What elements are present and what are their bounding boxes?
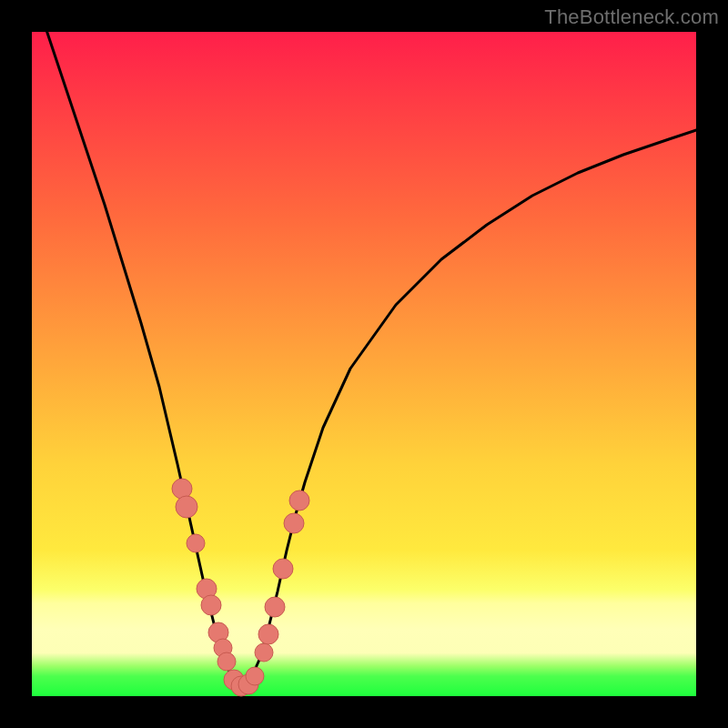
dot bbox=[284, 513, 304, 533]
watermark-text: TheBottleneck.com bbox=[544, 5, 719, 29]
dot bbox=[258, 624, 278, 644]
dot bbox=[172, 479, 192, 499]
dot bbox=[246, 667, 264, 685]
dot bbox=[176, 496, 197, 518]
curve-layer bbox=[32, 32, 696, 696]
dot bbox=[273, 559, 293, 579]
dot bbox=[217, 652, 236, 671]
dot bbox=[201, 595, 221, 615]
chart-frame: TheBottleneck.com bbox=[0, 0, 728, 728]
highlight-dots bbox=[172, 479, 309, 696]
dot bbox=[255, 643, 273, 662]
dot bbox=[187, 534, 205, 552]
dot bbox=[265, 597, 285, 617]
bottleneck-curve bbox=[32, 0, 696, 687]
dot bbox=[289, 490, 309, 511]
